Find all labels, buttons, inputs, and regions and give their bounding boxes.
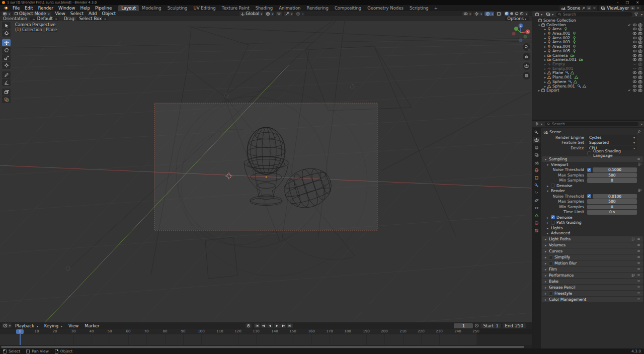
time-limit-field[interactable]: 0 s bbox=[587, 210, 637, 215]
tab-particles[interactable] bbox=[533, 190, 540, 196]
disable-render-icon[interactable] bbox=[638, 79, 642, 84]
drag-grip-icon[interactable] bbox=[636, 237, 641, 241]
mode-selector[interactable]: Object Mode▾ bbox=[13, 12, 51, 16]
presets-icon[interactable] bbox=[631, 273, 635, 278]
cursor-tool[interactable] bbox=[2, 30, 11, 37]
maximize-button[interactable]: □ bbox=[626, 1, 629, 5]
new-viewlayer-button[interactable]: + bbox=[630, 6, 635, 10]
panel-performance[interactable]: ▸Performance bbox=[542, 273, 643, 278]
freestyle-checkbox[interactable] bbox=[549, 292, 553, 296]
drag-grip-icon[interactable] bbox=[636, 297, 641, 302]
menu-view[interactable]: View bbox=[53, 11, 68, 16]
close-button[interactable]: × bbox=[636, 1, 639, 5]
feature-set-dropdown[interactable]: Supported▾ bbox=[587, 140, 637, 145]
show-overlays-selector[interactable]: ▾ bbox=[485, 12, 494, 16]
render-engine-dropdown[interactable]: Cycles▾ bbox=[587, 135, 637, 140]
disable-render-icon[interactable] bbox=[638, 27, 642, 31]
hide-eye-icon[interactable] bbox=[632, 40, 637, 44]
expand-arrow[interactable]: ▸ bbox=[537, 88, 541, 92]
denoise-checkbox[interactable]: ✓ bbox=[551, 215, 555, 219]
start-frame-field[interactable]: Start 1 bbox=[480, 323, 501, 328]
pan-button[interactable] bbox=[523, 53, 530, 60]
panel-light-paths[interactable]: ▸Light Paths bbox=[542, 236, 643, 242]
axis-y-ball[interactable] bbox=[514, 27, 518, 31]
disable-render-icon[interactable] bbox=[638, 62, 642, 66]
expand-arrow[interactable]: ▸ bbox=[543, 45, 547, 48]
lights-header[interactable]: ▸ Lights bbox=[541, 225, 644, 231]
axis-x-neg-ball[interactable] bbox=[512, 32, 516, 36]
render-subpanel-header[interactable]: ▾ Render bbox=[541, 189, 644, 194]
scene-selector[interactable]: Scene + × bbox=[559, 6, 597, 11]
disable-render-icon[interactable] bbox=[638, 44, 642, 49]
expand-arrow[interactable]: ▸ bbox=[543, 49, 547, 53]
tab-modifiers[interactable] bbox=[533, 182, 540, 189]
outliner-row-area[interactable]: ▸ Area bbox=[532, 27, 644, 31]
expand-arrow[interactable]: ▸ bbox=[543, 58, 547, 61]
outliner-row-area-005[interactable]: ▸ Area.005 bbox=[532, 49, 644, 53]
properties-options-dropdown[interactable]: ▾ bbox=[641, 122, 642, 126]
outliner-row-sphere[interactable]: ▸ Sphere bbox=[532, 79, 644, 84]
hide-eye-icon[interactable] bbox=[632, 70, 637, 75]
jump-to-end-button[interactable] bbox=[287, 323, 293, 328]
expand-arrow[interactable]: ▸ bbox=[543, 32, 547, 35]
transform-tool[interactable] bbox=[2, 62, 11, 69]
snap-toggle[interactable] bbox=[276, 12, 282, 16]
camera-frame[interactable] bbox=[154, 103, 377, 230]
remove-viewlayer-button[interactable]: × bbox=[636, 6, 639, 10]
workspace-tab-texture-paint[interactable]: Texture Paint bbox=[219, 5, 253, 11]
menu-pipeline[interactable]: Pipeline bbox=[93, 6, 114, 11]
viewport-subpanel-header[interactable]: ▾ Viewport bbox=[541, 162, 644, 167]
osl-checkbox[interactable] bbox=[587, 151, 591, 155]
advanced-header[interactable]: ▸ Advanced bbox=[541, 231, 644, 236]
outliner-editor-type[interactable]: ▾ bbox=[534, 12, 543, 17]
annotate-tool[interactable] bbox=[2, 71, 11, 78]
expand-arrow[interactable]: ▸ bbox=[543, 54, 547, 57]
disable-render-icon[interactable] bbox=[638, 49, 642, 53]
snap-target-selector[interactable]: ▾ bbox=[284, 12, 293, 16]
tab-material[interactable] bbox=[533, 220, 540, 226]
disable-render-icon[interactable] bbox=[638, 31, 642, 36]
drag-grip-icon[interactable] bbox=[636, 249, 641, 253]
render-noise-threshold-field[interactable]: 0.0100 bbox=[593, 194, 637, 199]
properties-editor-type[interactable]: ▾ bbox=[534, 122, 543, 126]
hide-eye-icon[interactable] bbox=[632, 88, 637, 93]
transform-orientation-selector[interactable]: Global▾ bbox=[239, 12, 263, 16]
new-scene-button[interactable]: + bbox=[587, 6, 591, 10]
viewport-denoise-checkbox[interactable] bbox=[551, 184, 555, 188]
workspace-tab-shading[interactable]: Shading bbox=[253, 5, 276, 11]
drag-grip-icon[interactable] bbox=[636, 285, 641, 290]
panel-splitter[interactable] bbox=[532, 93, 644, 121]
tab-world[interactable] bbox=[533, 167, 540, 173]
hidden-eye-icon[interactable] bbox=[632, 66, 637, 71]
panel-motion-blur[interactable]: ▸Motion Blur bbox=[542, 260, 643, 266]
add-cube-tool[interactable] bbox=[2, 88, 11, 96]
tab-output[interactable] bbox=[533, 144, 540, 151]
exclude-checkbox-icon[interactable] bbox=[627, 23, 631, 27]
tab-texture[interactable] bbox=[533, 227, 540, 234]
hide-eye-icon[interactable] bbox=[632, 53, 637, 58]
auto-keying-toggle[interactable] bbox=[246, 323, 252, 328]
menu-object[interactable]: Object bbox=[99, 11, 118, 16]
hide-eye-icon[interactable] bbox=[632, 23, 637, 27]
render-max-samples-field[interactable]: 500 bbox=[587, 199, 637, 204]
show-gizmo-selector[interactable]: ▾ bbox=[473, 12, 483, 16]
viewport-max-samples-field[interactable]: 500 bbox=[587, 173, 637, 178]
outliner-row-collection[interactable]: ▾ Collection bbox=[532, 23, 644, 27]
viewport-denoise-header[interactable]: ▸ Denoise bbox=[541, 183, 644, 189]
select-box-tool[interactable] bbox=[2, 22, 11, 29]
menu-render[interactable]: Render bbox=[36, 6, 56, 11]
blender-app-icon[interactable] bbox=[3, 6, 8, 10]
panel-freestyle[interactable]: ▸Freestyle bbox=[542, 291, 643, 296]
hide-eye-icon[interactable] bbox=[632, 79, 637, 84]
exclude-checkbox-icon[interactable] bbox=[627, 88, 631, 93]
outliner-row-empty[interactable]: ▸ Empty bbox=[532, 62, 644, 66]
menu-help[interactable]: Help bbox=[77, 6, 92, 11]
workspace-tab-modeling[interactable]: Modeling bbox=[139, 5, 165, 11]
expand-arrow[interactable]: ▸ bbox=[543, 36, 547, 40]
presets-icon[interactable] bbox=[637, 188, 642, 193]
rotate-tool[interactable] bbox=[2, 47, 11, 54]
menu-window[interactable]: Window bbox=[56, 6, 78, 11]
noise-threshold-checkbox[interactable]: ✓ bbox=[587, 168, 591, 172]
tab-render[interactable] bbox=[533, 137, 540, 143]
expand-arrow[interactable]: ▾ bbox=[537, 23, 541, 27]
